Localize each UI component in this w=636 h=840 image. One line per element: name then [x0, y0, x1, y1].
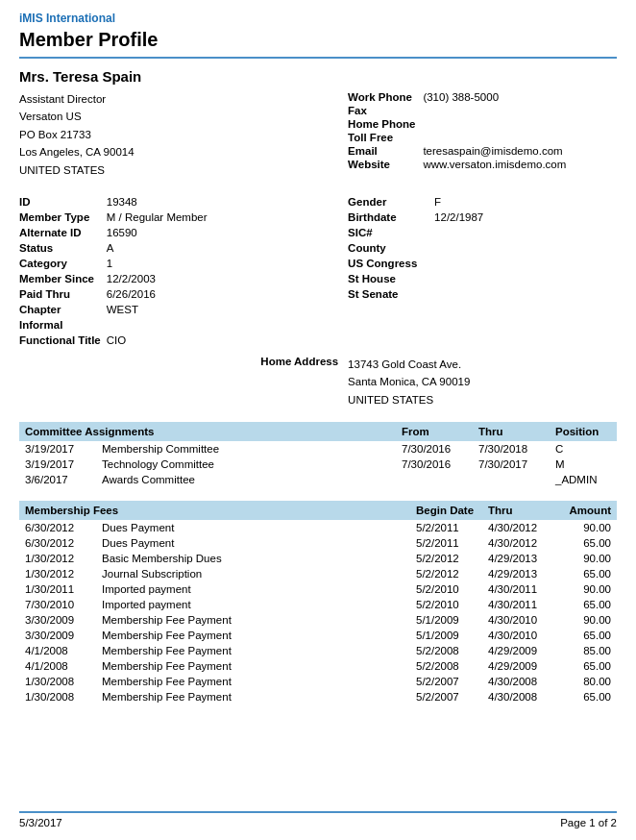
contact-address: Assistant Director Versaton US PO Box 21…	[19, 90, 348, 179]
fees-row-thru: 4/30/2010	[482, 628, 559, 643]
fees-row-date: 4/1/2008	[19, 643, 96, 658]
detail-row-county: County	[348, 240, 489, 256]
detail-row-paid-thru: Paid Thru 6/26/2016	[19, 286, 213, 302]
committee-row-thru: 7/30/2017	[473, 457, 550, 472]
home-address-label: Home Address	[19, 356, 348, 408]
detail-row-gender: Gender F	[348, 194, 489, 210]
top-divider	[19, 57, 617, 59]
detail-label-member-type: Member Type	[19, 210, 107, 225]
fees-row-amount: 90.00	[559, 612, 617, 628]
fees-row: 3/30/2009 Membership Fee Payment 5/1/200…	[19, 612, 617, 628]
fees-row-desc: Membership Fee Payment	[96, 689, 410, 704]
detail-row-chapter: Chapter WEST	[19, 302, 213, 317]
committee-row: 3/6/2017 Awards Committee _ADMIN	[19, 472, 617, 487]
details-right-table: Gender F Birthdate 12/2/1987 SIC# County…	[348, 194, 489, 302]
detail-value-informal	[107, 317, 213, 333]
fees-row-amount: 65.00	[559, 535, 617, 551]
detail-row-member-type: Member Type M / Regular Member	[19, 210, 213, 225]
fees-row: 1/30/2008 Membership Fee Payment 5/2/200…	[19, 674, 617, 689]
home-address-section: Home Address 13743 Gold Coast Ave. Santa…	[19, 356, 617, 408]
fees-row-amount: 65.00	[559, 566, 617, 581]
fees-row-date: 1/30/2011	[19, 581, 96, 597]
committee-row-thru: 7/30/2018	[473, 441, 550, 457]
detail-value-member-type: M / Regular Member	[107, 210, 213, 225]
committee-row-desc: Technology Committee	[96, 457, 396, 472]
detail-row-birthdate: Birthdate 12/2/1987	[348, 210, 489, 225]
detail-label-birthdate: Birthdate	[348, 210, 434, 225]
fees-row-thru: 4/30/2011	[482, 581, 559, 597]
member-country: UNITED STATES	[19, 161, 348, 179]
fees-row-begin: 5/2/2008	[410, 658, 482, 674]
committee-row-desc: Awards Committee	[96, 472, 396, 487]
fees-row-amount: 65.00	[559, 597, 617, 612]
home-address-value: 13743 Gold Coast Ave. Santa Monica, CA 9…	[348, 356, 617, 408]
detail-row-alt-id: Alternate ID 16590	[19, 225, 213, 240]
toll-free-label: Toll Free	[348, 131, 423, 144]
fees-row-begin: 5/2/2010	[410, 581, 482, 597]
committee-row-date: 3/6/2017	[19, 472, 96, 487]
detail-row-status: Status A	[19, 240, 213, 256]
detail-label-sic: SIC#	[348, 225, 434, 240]
committee-row-desc: Membership Committee	[96, 441, 396, 457]
fees-row-thru: 4/29/2009	[482, 643, 559, 658]
fees-row-desc: Basic Membership Dues	[96, 551, 410, 566]
detail-value-us-congress	[434, 256, 489, 271]
detail-row-st-senate: St Senate	[348, 286, 489, 302]
committee-row-position: C	[550, 441, 617, 457]
detail-value-sic	[434, 225, 489, 240]
detail-value-status: A	[107, 240, 213, 256]
fees-row-thru: 4/29/2009	[482, 658, 559, 674]
detail-row-informal: Informal	[19, 317, 213, 333]
detail-value-paid-thru: 6/26/2016	[107, 286, 213, 302]
detail-value-category: 1	[107, 256, 213, 271]
fees-row: 4/1/2008 Membership Fee Payment 5/2/2008…	[19, 643, 617, 658]
fees-row: 1/30/2012 Basic Membership Dues 5/2/2012…	[19, 551, 617, 566]
fees-row-date: 4/1/2008	[19, 658, 96, 674]
contact-section: Assistant Director Versaton US PO Box 21…	[19, 90, 617, 179]
detail-value-gender: F	[434, 194, 489, 210]
member-company: Versaton US	[19, 108, 348, 125]
detail-row-member-since: Member Since 12/2/2003	[19, 271, 213, 286]
member-job-title: Assistant Director	[19, 90, 348, 108]
home-address-line1: 13743 Gold Coast Ave.	[348, 356, 617, 373]
detail-value-county	[434, 240, 489, 256]
page: iMIS International Member Profile Mrs. T…	[0, 0, 636, 840]
fees-row-date: 1/30/2008	[19, 674, 96, 689]
fees-header-row: Membership Fees Begin Date Thru Amount	[19, 501, 617, 520]
detail-label-status: Status	[19, 240, 107, 256]
fees-col-amount-header: Amount	[559, 501, 617, 520]
fees-row-thru: 4/30/2010	[482, 612, 559, 628]
details-left: ID 19348 Member Type M / Regular Member …	[19, 194, 348, 348]
fees-row: 1/30/2008 Membership Fee Payment 5/2/200…	[19, 689, 617, 704]
detail-label-st-senate: St Senate	[348, 286, 434, 302]
fees-row-amount: 80.00	[559, 674, 617, 689]
fees-row-begin: 5/2/2010	[410, 597, 482, 612]
detail-label-paid-thru: Paid Thru	[19, 286, 107, 302]
details-section: ID 19348 Member Type M / Regular Member …	[19, 194, 617, 348]
details-left-table: ID 19348 Member Type M / Regular Member …	[19, 194, 213, 348]
work-phone-label: Work Phone	[348, 90, 423, 104]
fees-row-date: 3/30/2009	[19, 612, 96, 628]
fees-row-desc: Membership Fee Payment	[96, 628, 410, 643]
fees-row-desc: Membership Fee Payment	[96, 643, 410, 658]
footer-bar: 5/3/2017 Page 1 of 2	[19, 811, 617, 828]
fees-row: 6/30/2012 Dues Payment 5/2/2011 4/30/201…	[19, 520, 617, 535]
home-phone-label: Home Phone	[348, 117, 423, 131]
fees-row-amount: 85.00	[559, 643, 617, 658]
member-address2: Los Angeles, CA 90014	[19, 143, 348, 161]
detail-label-chapter: Chapter	[19, 302, 107, 317]
work-phone-value: (310) 388-5000	[423, 90, 570, 104]
fees-row-desc: Imported payment	[96, 581, 410, 597]
fees-row: 7/30/2010 Imported payment 5/2/2010 4/30…	[19, 597, 617, 612]
footer-date: 5/3/2017	[19, 817, 62, 828]
fees-row: 1/30/2011 Imported payment 5/2/2010 4/30…	[19, 581, 617, 597]
fees-row-thru: 4/29/2013	[482, 566, 559, 581]
website-label: Website	[348, 158, 423, 171]
detail-label-alt-id: Alternate ID	[19, 225, 107, 240]
detail-label-us-congress: US Congress	[348, 256, 434, 271]
member-address1: PO Box 21733	[19, 126, 348, 143]
fees-row-begin: 5/2/2012	[410, 551, 482, 566]
fees-row-begin: 5/2/2007	[410, 674, 482, 689]
fees-row: 3/30/2009 Membership Fee Payment 5/1/200…	[19, 628, 617, 643]
committee-table: Committee Assignments From Thru Position…	[19, 422, 617, 487]
